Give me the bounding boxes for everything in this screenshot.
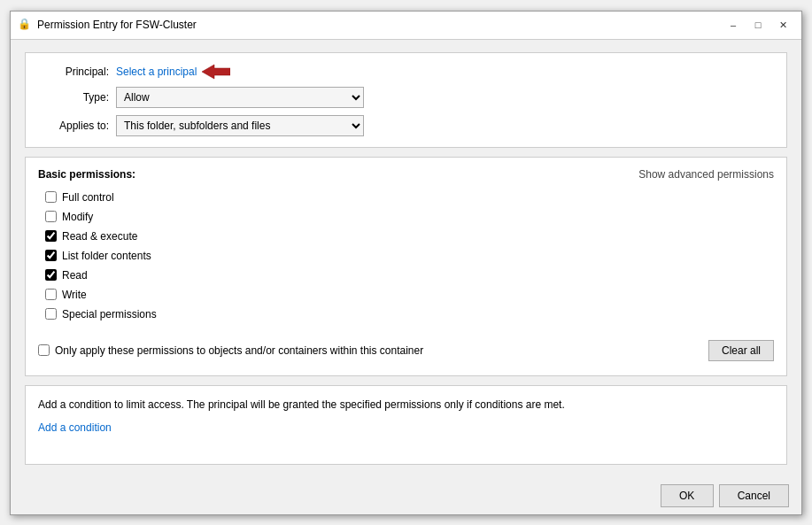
only-apply-left: Only apply these permissions to objects … [38, 344, 423, 357]
top-section: Principal: Select a principal Type: Allo… [25, 52, 787, 148]
permissions-header: Basic permissions: Show advanced permiss… [38, 168, 774, 181]
type-select[interactable]: Allow Deny [116, 87, 364, 108]
perm-read-execute: Read & execute [45, 230, 774, 243]
list-folder-label: List folder contents [62, 250, 151, 262]
select-principal-link[interactable]: Select a principal [116, 64, 230, 80]
only-apply-label: Only apply these permissions to objects … [55, 344, 423, 357]
permission-entry-dialog: 🔒 Permission Entry for FSW-Cluster – □ ✕… [10, 11, 802, 515]
full-control-label: Full control [62, 191, 114, 204]
add-condition-link[interactable]: Add a condition [38, 421, 112, 434]
permissions-title: Basic permissions: [38, 168, 135, 181]
special-label: Special permissions [62, 308, 157, 320]
read-label: Read [62, 269, 88, 282]
clear-all-button[interactable]: Clear all [708, 340, 774, 361]
applies-to-label: Applies to: [38, 120, 109, 132]
svg-marker-0 [202, 65, 230, 79]
only-apply-checkbox[interactable] [38, 344, 50, 356]
write-checkbox[interactable] [45, 289, 57, 300]
title-bar-left: 🔒 Permission Entry for FSW-Cluster [18, 18, 197, 32]
perm-read: Read [45, 269, 774, 282]
only-apply-row: Only apply these permissions to objects … [38, 335, 774, 361]
show-advanced-link[interactable]: Show advanced permissions [638, 168, 774, 181]
applies-to-row: Applies to: This folder, subfolders and … [38, 115, 774, 136]
perm-list-folder: List folder contents [45, 250, 774, 262]
applies-to-select[interactable]: This folder, subfolders and files This f… [116, 115, 364, 136]
dialog-title: Permission Entry for FSW-Cluster [37, 19, 197, 31]
write-label: Write [62, 289, 87, 301]
dialog-content: Principal: Select a principal Type: Allo… [11, 40, 801, 477]
dialog-icon: 🔒 [18, 18, 32, 32]
maximize-button[interactable]: □ [746, 16, 769, 34]
cancel-button[interactable]: Cancel [719, 484, 789, 507]
minimize-button[interactable]: – [722, 16, 745, 34]
title-bar: 🔒 Permission Entry for FSW-Cluster – □ ✕ [11, 12, 801, 40]
type-row: Type: Allow Deny [38, 87, 774, 108]
ok-button[interactable]: OK [661, 484, 714, 507]
type-label: Type: [38, 91, 109, 104]
condition-description: Add a condition to limit access. The pri… [38, 397, 774, 413]
close-button[interactable]: ✕ [771, 16, 794, 34]
permissions-section: Basic permissions: Show advanced permiss… [25, 157, 787, 376]
special-checkbox[interactable] [45, 308, 57, 320]
condition-section: Add a condition to limit access. The pri… [25, 385, 787, 465]
dialog-footer: OK Cancel [11, 477, 801, 514]
principal-row: Principal: Select a principal [38, 64, 774, 80]
perm-special: Special permissions [45, 308, 774, 320]
read-checkbox[interactable] [45, 269, 57, 281]
modify-label: Modify [62, 211, 93, 223]
principal-link-text: Select a principal [116, 66, 197, 78]
full-control-checkbox[interactable] [45, 191, 57, 203]
modify-checkbox[interactable] [45, 211, 57, 222]
perm-write: Write [45, 289, 774, 301]
perm-full-control: Full control [45, 191, 774, 204]
perm-modify: Modify [45, 211, 774, 223]
read-execute-checkbox[interactable] [45, 230, 57, 242]
title-controls: – □ ✕ [722, 16, 794, 34]
principal-label: Principal: [38, 66, 109, 78]
list-folder-checkbox[interactable] [45, 250, 57, 261]
read-execute-label: Read & execute [62, 230, 137, 243]
arrow-icon [202, 64, 230, 80]
